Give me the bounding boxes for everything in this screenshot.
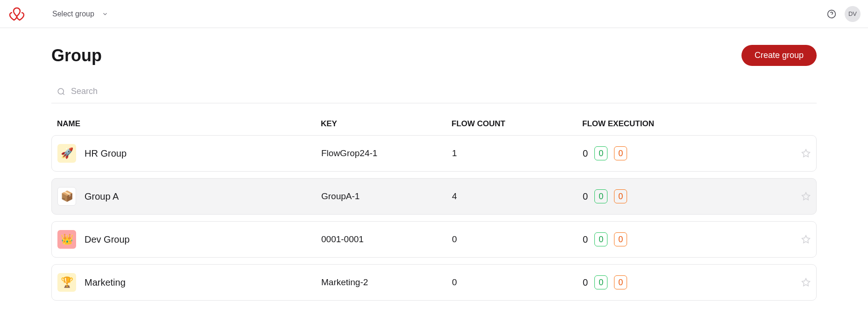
search-bar (51, 83, 817, 103)
table-row[interactable]: 🚀HR GroupFlowGrop24-11000 (51, 135, 817, 172)
flow-count: 0 (452, 277, 583, 288)
col-key: KEY (321, 119, 452, 129)
create-group-button[interactable]: Create group (741, 45, 817, 66)
group-key: Marketing-2 (321, 277, 452, 288)
flow-count: 0 (452, 234, 583, 245)
svg-marker-6 (802, 236, 810, 243)
avatar-initials: DV (848, 10, 857, 17)
table-row[interactable]: 🏆MarketingMarketing-20000 (51, 264, 817, 301)
col-flow-count: FLOW COUNT (452, 119, 582, 129)
app-logo[interactable] (7, 5, 26, 23)
exec-fail-badge: 0 (614, 146, 627, 160)
group-key: GroupA-1 (321, 191, 452, 202)
search-input[interactable] (71, 86, 258, 96)
group-name: Dev Group (85, 234, 130, 245)
chevron-down-icon (102, 11, 108, 17)
group-key: FlowGrop24-1 (321, 148, 452, 158)
help-button[interactable] (826, 8, 837, 20)
group-key: 0001-0001 (321, 234, 452, 245)
col-name: NAME (57, 119, 321, 129)
exec-total: 0 (583, 234, 588, 245)
flow-execution: 000 (583, 189, 783, 203)
search-icon (57, 87, 65, 96)
exec-total: 0 (583, 277, 588, 288)
app-header: Select group DV (0, 0, 868, 28)
table-row[interactable]: 👑Dev Group0001-00010000 (51, 221, 817, 258)
exec-fail-badge: 0 (614, 232, 627, 246)
flow-execution: 000 (583, 232, 783, 246)
exec-total: 0 (583, 148, 588, 159)
exec-success-badge: 0 (594, 189, 607, 203)
exec-success-badge: 0 (594, 146, 607, 160)
group-icon: 📦 (57, 187, 76, 206)
page-title: Group (51, 46, 102, 65)
exec-fail-badge: 0 (614, 275, 627, 289)
name-cell: 👑Dev Group (57, 230, 321, 249)
star-icon[interactable] (801, 235, 811, 244)
question-icon (827, 9, 836, 19)
main-content: Group Create group NAME KEY FLOW COUNT F… (0, 28, 868, 301)
logo-icon (8, 7, 25, 21)
svg-line-3 (63, 93, 64, 94)
table-body: 🚀HR GroupFlowGrop24-11000📦Group AGroupA-… (51, 135, 817, 301)
exec-total: 0 (583, 191, 588, 202)
star-cell (783, 149, 811, 158)
name-cell: 🏆Marketing (57, 273, 321, 292)
select-group-dropdown[interactable]: Select group (52, 10, 108, 18)
svg-marker-7 (802, 279, 810, 286)
group-icon: 🏆 (57, 273, 76, 292)
star-icon[interactable] (801, 149, 811, 158)
svg-marker-5 (802, 193, 810, 200)
flow-execution: 000 (583, 146, 783, 160)
star-icon[interactable] (801, 192, 811, 201)
flow-execution: 000 (583, 275, 783, 289)
title-row: Group Create group (51, 45, 817, 66)
table-row[interactable]: 📦Group AGroupA-14000 (51, 178, 817, 215)
star-cell (783, 235, 811, 244)
flow-count: 4 (452, 191, 583, 202)
star-icon[interactable] (801, 278, 811, 287)
star-cell (783, 278, 811, 287)
exec-success-badge: 0 (594, 232, 607, 246)
exec-fail-badge: 0 (614, 189, 627, 203)
select-group-label: Select group (52, 10, 94, 18)
user-avatar[interactable]: DV (845, 6, 861, 22)
svg-marker-4 (802, 150, 810, 157)
star-cell (783, 192, 811, 201)
exec-success-badge: 0 (594, 275, 607, 289)
flow-count: 1 (452, 148, 583, 158)
group-icon: 👑 (57, 230, 76, 249)
group-name: Group A (85, 191, 119, 202)
group-name: HR Group (85, 148, 127, 159)
group-icon: 🚀 (57, 144, 76, 163)
table-header: NAME KEY FLOW COUNT FLOW EXECUTION (51, 113, 817, 135)
name-cell: 📦Group A (57, 187, 321, 206)
svg-point-2 (58, 88, 64, 94)
name-cell: 🚀HR Group (57, 144, 321, 163)
col-flow-execution: FLOW EXECUTION (582, 119, 783, 129)
group-name: Marketing (85, 277, 126, 288)
